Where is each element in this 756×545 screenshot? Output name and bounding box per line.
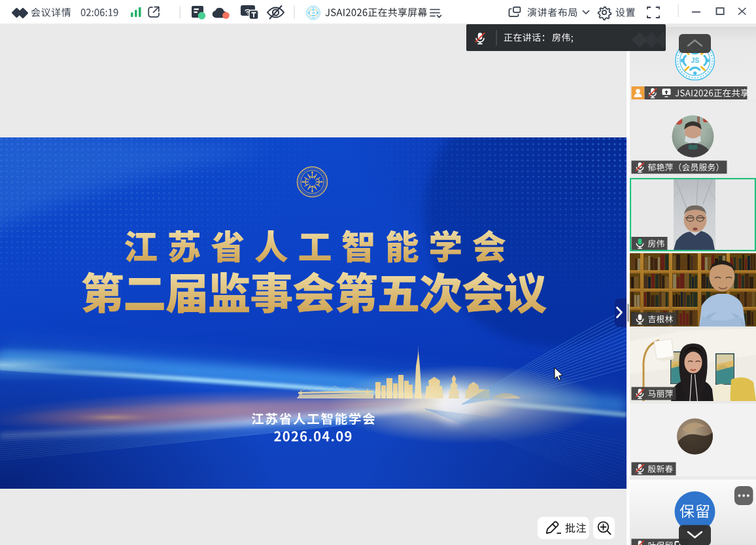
svg-text:JS: JS xyxy=(691,57,699,64)
svg-text:JS: JS xyxy=(312,12,315,14)
